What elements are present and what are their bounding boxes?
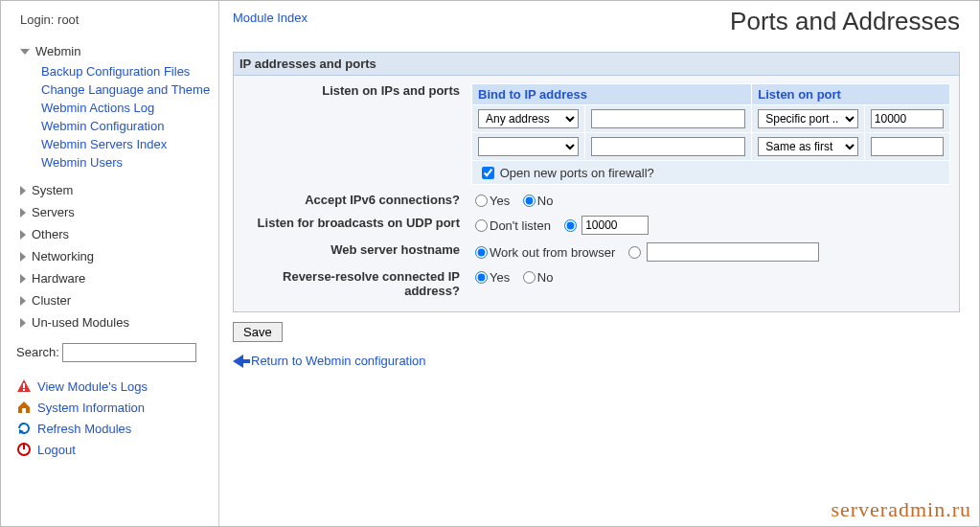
col-port-header: Listen on port	[752, 84, 950, 105]
section-heading: IP addresses and ports	[234, 53, 959, 76]
return-arrow-icon[interactable]	[233, 355, 243, 368]
label-hostname: Web server hostname	[234, 239, 466, 265]
label-udp: Listen for broadcasts on UDP port	[234, 212, 466, 239]
sidebar-item-backup-config[interactable]: Backup Configuration Files	[41, 64, 190, 79]
search-label: Search:	[16, 345, 59, 359]
svg-rect-2	[22, 408, 26, 413]
svg-rect-4	[23, 443, 25, 449]
udp-port-radio[interactable]	[564, 219, 577, 232]
firewall-label: Open new ports on firewall?	[500, 166, 654, 180]
bind-select-1[interactable]	[478, 137, 579, 156]
refresh-icon	[16, 421, 32, 436]
chevron-down-icon	[20, 49, 30, 55]
ip-section: IP addresses and ports Listen on IPs and…	[233, 52, 960, 312]
sidebar-cat-others[interactable]: Others	[12, 225, 215, 243]
port-mode-1[interactable]: Same as first	[758, 137, 858, 156]
sidebar-item-webmin-config[interactable]: Webmin Configuration	[41, 119, 164, 133]
sidebar: Login: root Webmin Backup Configuration …	[1, 1, 219, 526]
link-system-info[interactable]: System Information	[37, 401, 145, 415]
sidebar-item-actions-log[interactable]: Webmin Actions Log	[41, 101, 154, 115]
main-content: Module Index Ports and Addresses IP addr…	[219, 1, 979, 526]
login-label: Login: root	[20, 12, 215, 27]
port-input-1[interactable]	[871, 137, 944, 156]
ip-input-0[interactable]	[591, 109, 746, 128]
ip-input-1[interactable]	[591, 137, 746, 156]
hostname-input[interactable]	[647, 242, 819, 262]
udp-port-input[interactable]	[581, 216, 649, 235]
chevron-right-icon	[20, 296, 26, 306]
sidebar-item-webmin-users[interactable]: Webmin Users	[41, 155, 123, 170]
udp-dont-radio[interactable]	[475, 219, 488, 232]
label-ipv6: Accept IPv6 connections?	[234, 189, 466, 212]
chevron-right-icon	[20, 252, 26, 262]
chevron-right-icon	[20, 186, 26, 195]
chevron-right-icon	[20, 208, 26, 218]
bind-select-0[interactable]: Any address	[478, 109, 579, 128]
chevron-right-icon	[20, 230, 26, 240]
chevron-right-icon	[20, 318, 26, 328]
home-icon	[16, 400, 32, 415]
chevron-right-icon	[20, 274, 26, 284]
sidebar-cat-cluster[interactable]: Cluster	[12, 291, 215, 309]
sidebar-cat-unused[interactable]: Un-used Modules	[12, 313, 215, 332]
svg-rect-0	[23, 383, 25, 388]
link-refresh-modules[interactable]: Refresh Modules	[37, 422, 131, 436]
firewall-checkbox[interactable]	[482, 167, 494, 179]
sidebar-item-change-language[interactable]: Change Language and Theme	[41, 82, 210, 97]
svg-rect-1	[23, 389, 25, 391]
watermark: serveradmin.ru	[831, 497, 971, 522]
return-link[interactable]: Return to Webmin configuration	[251, 354, 426, 368]
label-reverse: Reverse-resolve connected IP address?	[234, 265, 466, 302]
link-logout[interactable]: Logout	[37, 443, 76, 457]
label-listen-ips: Listen on IPs and ports	[234, 80, 466, 189]
page-title: Ports and Addresses	[730, 7, 960, 36]
module-index-link[interactable]: Module Index	[233, 7, 308, 25]
link-view-logs[interactable]: View Module's Logs	[37, 379, 148, 394]
sidebar-cat-hardware[interactable]: Hardware	[12, 269, 215, 287]
port-input-0[interactable]	[871, 109, 944, 128]
save-button[interactable]: Save	[233, 322, 283, 342]
power-icon	[16, 442, 32, 457]
ipv6-no-radio[interactable]	[523, 195, 536, 207]
warning-icon	[16, 378, 32, 394]
search-input[interactable]	[62, 343, 196, 362]
sidebar-cat-system[interactable]: System	[12, 181, 215, 199]
hostname-auto-radio[interactable]	[475, 246, 488, 259]
port-mode-0[interactable]: Specific port ..	[758, 109, 858, 128]
sidebar-cat-servers[interactable]: Servers	[12, 203, 215, 221]
hostname-manual-radio[interactable]	[628, 246, 641, 259]
sidebar-item-servers-index[interactable]: Webmin Servers Index	[41, 137, 167, 151]
col-bind-header: Bind to IP address	[472, 84, 752, 105]
sidebar-cat-webmin[interactable]: Webmin	[12, 42, 215, 60]
sidebar-cat-networking[interactable]: Networking	[12, 247, 215, 265]
reverse-yes-radio[interactable]	[475, 271, 488, 284]
ip-port-table: Bind to IP address Listen on port Any ad…	[471, 83, 950, 185]
reverse-no-radio[interactable]	[523, 271, 536, 284]
ipv6-yes-radio[interactable]	[475, 195, 488, 207]
